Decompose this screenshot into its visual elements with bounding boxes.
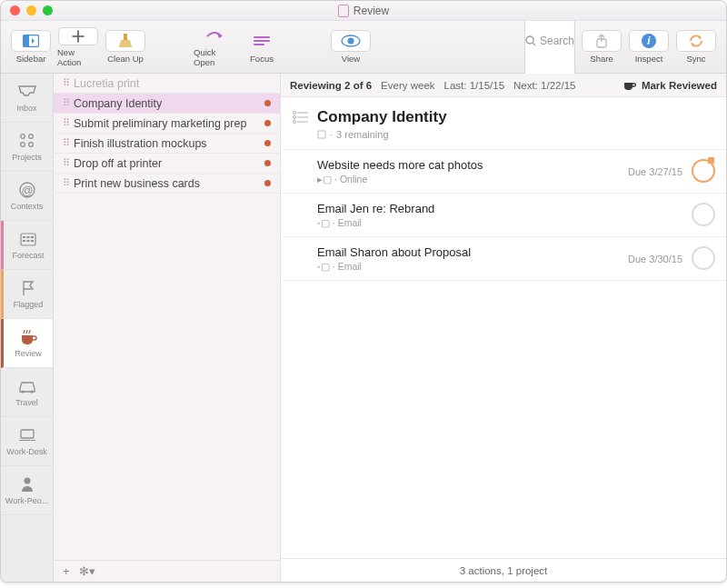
review-dot-icon [264, 100, 271, 106]
focus-button[interactable]: Focus [241, 27, 283, 67]
svg-point-15 [20, 143, 25, 147]
task-row[interactable]: Website needs more cat photos ▸▢ · Onlin… [281, 150, 726, 194]
parallel-project-icon [292, 110, 310, 125]
perspective-flagged[interactable]: Flagged [1, 270, 53, 319]
review-next: Next: 1/22/15 [513, 80, 575, 91]
add-project-button[interactable]: + [63, 564, 70, 578]
task-status-circle[interactable] [692, 246, 715, 270]
mark-reviewed-button[interactable]: Mark Reviewed [622, 80, 717, 91]
task-status-circle[interactable] [692, 203, 715, 226]
perspective-forecast[interactable]: Forecast [1, 221, 53, 270]
inbox-icon [17, 83, 37, 101]
project-list: ⠿ Lucretia print ⠿ Company Identity ⠿ Su… [54, 74, 280, 560]
focus-icon [254, 35, 270, 47]
perspective-label: Contexts [11, 202, 44, 211]
perspective-contexts[interactable]: @ Contexts [1, 172, 53, 221]
project-row[interactable]: ⠿ Lucretia print [54, 74, 280, 94]
svg-rect-23 [23, 240, 25, 242]
new-action-button[interactable]: New Action [57, 27, 99, 67]
view-label: View [342, 54, 360, 64]
note-icon [317, 130, 326, 139]
window-title: Review [354, 5, 389, 17]
review-frequency: Every week [381, 80, 434, 91]
action-menu-button[interactable]: ✻▾ [79, 564, 95, 578]
quick-open-icon [205, 29, 224, 44]
minimize-window-button[interactable] [26, 5, 36, 15]
perspective-label: Travel [15, 398, 38, 407]
project-row[interactable]: ⠿ Drop off at printer [54, 154, 280, 174]
view-button[interactable]: View [330, 27, 372, 67]
project-list-pane: ⠿ Lucretia print ⠿ Company Identity ⠿ Su… [54, 74, 281, 582]
drag-handle-icon: ⠿ [63, 137, 68, 149]
svg-rect-28 [21, 430, 34, 438]
project-row[interactable]: ⠿ Submit preliminary marketing prep [54, 114, 280, 134]
svg-point-31 [294, 116, 296, 119]
close-window-button[interactable] [10, 5, 20, 15]
perspective-label: Work-Desk [6, 447, 46, 456]
zoom-window-button[interactable] [43, 5, 53, 15]
drag-handle-icon: ⠿ [63, 97, 68, 109]
forecast-icon [18, 230, 38, 248]
eye-icon [341, 35, 361, 47]
svg-rect-25 [31, 240, 34, 242]
svg-point-14 [28, 135, 33, 139]
share-icon [595, 34, 608, 48]
perspective-inbox[interactable]: Inbox [1, 74, 53, 123]
sidebar-toggle-button[interactable]: Sidebar [10, 27, 52, 67]
app-window: Review Sidebar New Action Clean Up Quick… [0, 0, 727, 583]
titlebar: Review [1, 1, 726, 21]
main-body: Inbox Projects @ Contexts Forecast Flagg… [1, 74, 726, 582]
svg-rect-1 [24, 35, 29, 46]
svg-text:@: @ [21, 184, 33, 197]
clean-up-button[interactable]: Clean Up [105, 27, 146, 67]
inspect-button[interactable]: i Inspect [628, 27, 670, 67]
svg-rect-3 [124, 34, 127, 40]
task-list: Website needs more cat photos ▸▢ · Onlin… [281, 150, 726, 558]
search-icon [525, 35, 536, 46]
svg-point-6 [348, 38, 354, 45]
perspective-review[interactable]: Review [1, 319, 53, 368]
svg-rect-24 [27, 240, 30, 242]
perspective-label: Forecast [12, 251, 44, 260]
project-row[interactable]: ⠿ Company Identity [54, 94, 280, 114]
perspective-label: Review [15, 349, 42, 358]
project-row[interactable]: ⠿ Finish illustration mockups [54, 134, 280, 154]
contexts-icon: @ [17, 181, 37, 199]
share-button[interactable]: Share [581, 27, 622, 67]
perspective-label: Projects [12, 153, 42, 162]
svg-point-7 [526, 36, 533, 44]
svg-rect-33 [318, 131, 325, 138]
task-context: Online [340, 174, 367, 184]
svg-point-30 [294, 112, 296, 115]
quick-open-label: Quick Open [194, 47, 235, 67]
perspective-workpeople[interactable]: Work-Peo... [1, 466, 53, 515]
perspective-projects[interactable]: Projects [1, 123, 53, 172]
project-row[interactable]: ⠿ Print new business cards [54, 174, 280, 194]
sync-button[interactable]: Sync [675, 27, 717, 67]
share-label: Share [590, 54, 612, 64]
laptop-icon [17, 426, 37, 444]
quick-open-button[interactable]: Quick Open [194, 27, 235, 67]
perspective-label: Inbox [16, 104, 36, 113]
svg-point-16 [28, 143, 33, 147]
focus-label: Focus [250, 54, 274, 64]
sync-icon [688, 33, 704, 49]
perspective-workdesk[interactable]: Work-Desk [1, 417, 53, 466]
task-row[interactable]: Email Sharon about Proposal ▫▢ · Email D… [281, 237, 726, 281]
info-icon: i [641, 33, 657, 49]
perspective-travel[interactable]: Travel [1, 368, 53, 417]
task-row[interactable]: Email Jen re: Rebrand ▫▢ · Email [281, 194, 726, 237]
toolbar: Sidebar New Action Clean Up Quick Open F… [1, 21, 726, 74]
task-status-circle[interactable] [692, 159, 715, 183]
svg-marker-2 [32, 38, 35, 44]
car-icon [17, 377, 37, 395]
perspectives-sidebar: Inbox Projects @ Contexts Forecast Flagg… [1, 74, 54, 582]
flag-icon: ▸▢ [317, 174, 332, 184]
sidebar-icon [23, 35, 39, 47]
svg-rect-20 [23, 236, 25, 238]
svg-rect-22 [31, 236, 34, 238]
project-title: Company Identity [317, 108, 713, 126]
inspect-label: Inspect [635, 54, 663, 64]
svg-point-32 [294, 121, 296, 124]
task-due: Due 3/30/15 [628, 254, 682, 264]
